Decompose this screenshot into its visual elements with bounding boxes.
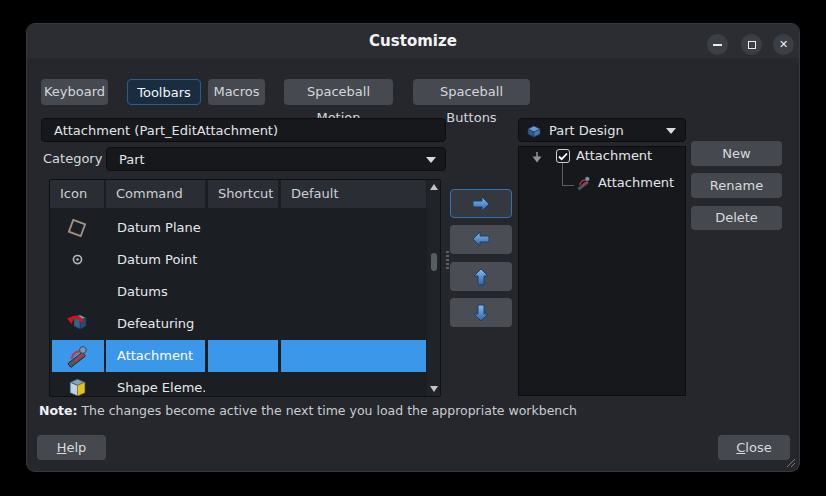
shortcut-cell [208, 276, 278, 308]
maximize-button[interactable] [741, 34, 762, 55]
close-button[interactable]: Close [718, 435, 790, 460]
column-header-default[interactable]: Default [281, 180, 426, 208]
tree-branch-line [562, 163, 574, 186]
workbench-value: Part Design [549, 120, 663, 142]
arrow-right-icon [470, 194, 492, 214]
category-label: Category [43, 147, 102, 171]
default-cell [281, 308, 426, 340]
part-design-workbench-icon [526, 123, 542, 139]
command-cell: Datums [106, 276, 205, 308]
category-value: Part [119, 149, 423, 171]
arrow-up-icon [471, 266, 491, 288]
command-filter-value: Attachment (Part_EditAttachment) [54, 120, 423, 142]
desktop: Customize ✕ Keyboard Toolbars Macros Spa… [0, 0, 826, 496]
shortcut-cell [208, 372, 278, 397]
note-text: Note: The changes become active the next… [39, 403, 577, 418]
chevron-down-icon [666, 128, 676, 134]
empty-icon [50, 276, 104, 308]
attachment-icon [576, 175, 592, 191]
close-icon: ✕ [773, 34, 794, 55]
new-button[interactable]: New [691, 141, 782, 166]
maximize-icon [748, 41, 756, 49]
arrow-down-icon [471, 302, 491, 324]
shortcut-cell [208, 308, 278, 340]
default-cell [281, 212, 426, 244]
arrow-left-icon [470, 229, 492, 249]
column-header-shortcut[interactable]: Shortcut [208, 180, 278, 208]
default-cell [281, 372, 426, 397]
scrollbar-thumb[interactable] [431, 253, 437, 271]
chevron-down-icon [426, 157, 436, 163]
datum-point-icon [50, 244, 104, 276]
table-row[interactable]: Datums [50, 276, 426, 308]
tree-item-command[interactable]: Attachment [598, 175, 674, 191]
move-up-button[interactable] [450, 262, 512, 291]
minimize-icon [713, 44, 722, 46]
splitter-handle[interactable] [446, 251, 449, 271]
command-filter-input[interactable]: Attachment (Part_EditAttachment) [41, 118, 446, 142]
workbench-select[interactable]: Part Design [518, 118, 686, 142]
move-left-button[interactable] [450, 225, 512, 254]
command-cell: Shape Eleme... [106, 372, 205, 397]
shortcut-cell [208, 212, 278, 244]
commands-table: Icon Command Shortcut Default Datum Plan… [49, 179, 441, 397]
titlebar[interactable]: Customize ✕ [27, 24, 799, 58]
close-window-button[interactable]: ✕ [773, 34, 794, 55]
command-cell: Datum Point [106, 244, 205, 276]
command-cell: Datum Plane [106, 212, 205, 244]
minimize-button[interactable] [707, 34, 728, 55]
tree-expand-icon[interactable] [530, 151, 544, 165]
tab-keyboard[interactable]: Keyboard [41, 79, 108, 105]
move-down-button[interactable] [450, 298, 512, 327]
move-right-button[interactable] [450, 189, 512, 218]
tab-spaceball-motion[interactable]: Spaceball Motion [284, 79, 393, 105]
table-row[interactable]: Datum Point [50, 244, 426, 276]
column-header-icon[interactable]: Icon [50, 180, 104, 208]
customize-dialog: Customize ✕ Keyboard Toolbars Macros Spa… [26, 23, 800, 472]
resize-grip[interactable] [785, 457, 796, 468]
toolbar-checkbox[interactable] [556, 149, 570, 163]
shortcut-cell [208, 340, 278, 372]
table-row-selected[interactable]: Attachment [50, 340, 426, 372]
default-cell [281, 276, 426, 308]
help-button[interactable]: Help [37, 435, 106, 460]
tab-toolbars[interactable]: Toolbars [127, 79, 201, 105]
defeaturing-icon [50, 308, 104, 340]
table-row[interactable]: Defeaturing [50, 308, 426, 340]
tree-item-toolbar[interactable]: Attachment [576, 148, 652, 164]
dialog-title: Customize [27, 24, 799, 58]
note-label: Note: [39, 403, 78, 418]
column-header-command[interactable]: Command [106, 180, 205, 208]
shape-element-icon [50, 372, 104, 397]
rename-button[interactable]: Rename [691, 173, 782, 198]
command-cell: Attachment [106, 340, 205, 372]
checkmark-icon [557, 151, 569, 162]
table-row[interactable]: Shape Eleme... [50, 372, 426, 397]
datum-plane-icon [50, 212, 104, 244]
delete-button[interactable]: Delete [691, 206, 782, 230]
shortcut-cell [208, 244, 278, 276]
table-row[interactable]: Datum Plane [50, 212, 426, 244]
attachment-icon [52, 340, 104, 372]
scroll-down-icon[interactable] [430, 386, 438, 392]
table-scrollbar[interactable] [427, 180, 441, 396]
command-cell: Defeaturing [106, 308, 205, 340]
scroll-up-icon[interactable] [430, 184, 438, 190]
tab-spaceball-buttons[interactable]: Spaceball Buttons [413, 79, 530, 105]
default-cell [281, 340, 426, 372]
tab-macros[interactable]: Macros [208, 79, 265, 105]
default-cell [281, 244, 426, 276]
category-select[interactable]: Part [106, 147, 446, 171]
